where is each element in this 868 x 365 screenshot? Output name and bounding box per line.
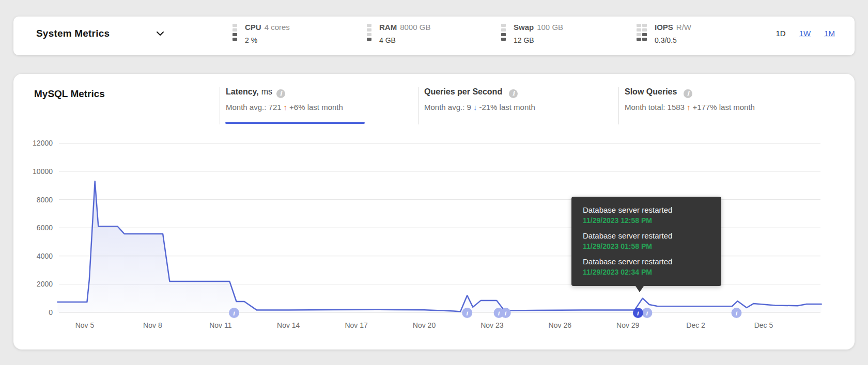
svg-text:i: i	[646, 309, 648, 317]
events-tooltip: Database server restarted 11/29/2023 12:…	[571, 197, 721, 286]
time-range-link[interactable]: 1D	[776, 29, 785, 38]
latency-chart: 020004000600080001000012000Nov 5Nov 8Nov…	[13, 74, 855, 350]
event-info-marker[interactable]: i	[501, 308, 511, 318]
metric-current-value: 0.3/0.5	[655, 36, 691, 44]
x-axis-tick-label: Nov 11	[209, 321, 232, 329]
x-axis-tick-label: Nov 17	[345, 321, 368, 329]
system-metric: RAM8000 GB 4 GB	[367, 23, 430, 44]
event-entry: Database server restarted 11/29/2023 02:…	[583, 257, 716, 276]
event-info-marker[interactable]: i	[462, 308, 472, 318]
y-axis-tick-label: 0	[49, 308, 53, 316]
event-timestamp: 11/29/2023 02:34 PM	[583, 268, 716, 276]
svg-text:i: i	[505, 309, 507, 317]
event-entry: Database server restarted 11/29/2023 01:…	[583, 231, 716, 250]
event-info-marker[interactable]: i	[642, 308, 652, 318]
metric-capacity: 8000 GB	[400, 23, 430, 31]
event-entry: Database server restarted 11/29/2023 12:…	[583, 205, 716, 225]
system-metric: CPU4 cores 2 %	[233, 23, 290, 44]
svg-text:i: i	[637, 309, 639, 317]
svg-text:i: i	[736, 309, 738, 317]
x-axis-tick-label: Nov 26	[549, 321, 572, 329]
metric-current-value: 4 GB	[379, 36, 430, 44]
time-range-link[interactable]: 1W	[799, 29, 811, 38]
system-metrics-title: System Metrics	[36, 28, 110, 39]
metric-capacity: R/W	[676, 23, 691, 31]
y-axis-tick-label: 10000	[33, 167, 53, 176]
metric-capacity: 4 cores	[265, 23, 290, 31]
svg-text:i: i	[233, 309, 235, 317]
y-axis-tick-label: 6000	[37, 224, 53, 232]
x-axis-tick-label: Nov 29	[616, 321, 640, 329]
metric-current-value: 12 GB	[514, 36, 563, 44]
event-info-marker[interactable]: i	[229, 308, 239, 318]
event-title: Database server restarted	[583, 205, 716, 214]
x-axis-tick-label: Dec 2	[686, 321, 705, 329]
event-timestamp: 11/29/2023 12:58 PM	[583, 216, 716, 225]
x-axis-tick-label: Nov 5	[75, 321, 95, 329]
system-metric: IOPSR/W 0.3/0.5	[637, 23, 691, 44]
metric-capacity: 100 GB	[537, 23, 563, 31]
metric-name: Swap	[514, 23, 534, 31]
gauge-icon	[501, 23, 506, 44]
metric-name: RAM	[379, 23, 397, 31]
svg-text:i: i	[466, 309, 468, 317]
x-axis-tick-label: Dec 5	[754, 321, 773, 329]
system-metrics-bar: System Metrics CPU4 cores 2 % RAM8000 GB…	[13, 17, 855, 55]
gauge-icon	[233, 23, 237, 44]
event-info-marker[interactable]: i	[633, 308, 643, 318]
x-axis-tick-label: Nov 14	[277, 321, 300, 329]
mysql-metrics-card: MySQL Metrics Latency,msi Month avg.: 72…	[13, 74, 855, 350]
metric-name: CPU	[245, 23, 261, 31]
svg-text:i: i	[498, 309, 500, 317]
event-title: Database server restarted	[583, 257, 716, 266]
gauge-icon	[637, 23, 647, 44]
y-axis-tick-label: 2000	[37, 280, 53, 288]
y-axis-tick-label: 4000	[37, 252, 53, 260]
time-range-selector: 1D 1W 1M	[776, 29, 835, 38]
y-axis-tick-label: 12000	[33, 139, 53, 147]
x-axis-tick-label: Nov 8	[143, 321, 162, 329]
y-axis-tick-label: 8000	[37, 196, 53, 204]
metric-current-value: 2 %	[245, 36, 290, 44]
event-info-marker[interactable]: i	[731, 308, 741, 318]
event-title: Database server restarted	[583, 231, 716, 240]
gauge-icon	[367, 23, 371, 44]
x-axis-tick-label: Nov 23	[481, 321, 504, 329]
metric-name: IOPS	[655, 23, 673, 31]
system-metric: Swap100 GB 12 GB	[501, 23, 563, 44]
event-timestamp: 11/29/2023 01:58 PM	[583, 242, 716, 250]
time-range-link[interactable]: 1M	[824, 29, 835, 38]
chevron-down-icon	[156, 31, 164, 36]
system-metrics-dropdown[interactable]: System Metrics	[36, 28, 164, 39]
x-axis-tick-label: Nov 20	[413, 321, 436, 329]
dashboard-page: System Metrics CPU4 cores 2 % RAM8000 GB…	[0, 0, 868, 365]
